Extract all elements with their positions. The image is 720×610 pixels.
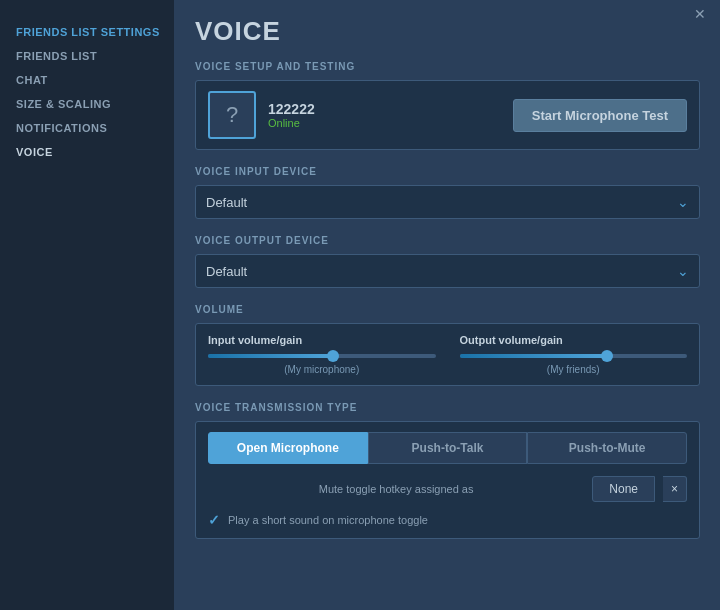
input-device-dropdown[interactable]: Default ⌄ <box>195 185 700 219</box>
page-title: VOICE <box>195 16 700 47</box>
volume-row: Input volume/gain (My microphone) Output… <box>208 334 687 375</box>
push-to-talk-button[interactable]: Push-to-Talk <box>368 432 528 464</box>
sidebar-item-notifications[interactable]: NOTIFICATIONS <box>16 116 174 140</box>
sidebar-item-size-scaling[interactable]: SIZE & SCALING <box>16 92 174 116</box>
close-button[interactable]: ✕ <box>688 4 712 24</box>
output-volume-slider[interactable] <box>460 354 688 358</box>
user-status: Online <box>268 117 501 129</box>
transmission-section: Open Microphone Push-to-Talk Push-to-Mut… <box>195 421 700 539</box>
user-info: 122222 Online <box>268 101 501 129</box>
hotkey-label: Mute toggle hotkey assigned as <box>208 483 584 495</box>
output-volume-fill <box>460 354 608 358</box>
voice-setup-box: ? 122222 Online Start Microphone Test <box>195 80 700 150</box>
transmission-buttons: Open Microphone Push-to-Talk Push-to-Mut… <box>208 432 687 464</box>
input-volume-fill <box>208 354 333 358</box>
sidebar-item-chat[interactable]: CHAT <box>16 68 174 92</box>
volume-section: Input volume/gain (My microphone) Output… <box>195 323 700 386</box>
sidebar: FRIENDS LIST SETTINGS FRIENDS LIST CHAT … <box>0 0 175 610</box>
hotkey-clear-button[interactable]: × <box>663 476 687 502</box>
push-to-mute-button[interactable]: Push-to-Mute <box>527 432 687 464</box>
output-volume-label: Output volume/gain <box>460 334 688 346</box>
volume-section-label: VOLUME <box>195 304 700 315</box>
transmission-section-label: VOICE TRANSMISSION TYPE <box>195 402 700 413</box>
setup-section-label: VOICE SETUP AND TESTING <box>195 61 700 72</box>
mic-test-button[interactable]: Start Microphone Test <box>513 99 687 132</box>
chevron-down-icon: ⌄ <box>677 194 689 210</box>
username: 122222 <box>268 101 501 117</box>
output-device-dropdown[interactable]: Default ⌄ <box>195 254 700 288</box>
hotkey-row: Mute toggle hotkey assigned as None × <box>208 476 687 502</box>
checkbox-check-icon[interactable]: ✓ <box>208 512 220 528</box>
output-volume-col: Output volume/gain (My friends) <box>460 334 688 375</box>
input-volume-label: Input volume/gain <box>208 334 436 346</box>
avatar-icon: ? <box>226 102 238 128</box>
input-volume-slider[interactable] <box>208 354 436 358</box>
output-volume-thumb[interactable] <box>601 350 613 362</box>
chevron-down-icon-2: ⌄ <box>677 263 689 279</box>
open-mic-button[interactable]: Open Microphone <box>208 432 368 464</box>
sidebar-item-voice[interactable]: VOICE <box>16 140 174 164</box>
output-device-label: VOICE OUTPUT DEVICE <box>195 235 700 246</box>
sidebar-item-friends-list[interactable]: FRIENDS LIST <box>16 44 174 68</box>
input-volume-caption: (My microphone) <box>208 364 436 375</box>
avatar: ? <box>208 91 256 139</box>
sidebar-heading[interactable]: FRIENDS LIST SETTINGS <box>16 20 174 44</box>
output-volume-caption: (My friends) <box>460 364 688 375</box>
input-device-value: Default <box>206 195 247 210</box>
main-content: VOICE VOICE SETUP AND TESTING ? 122222 O… <box>175 0 720 610</box>
input-device-label: VOICE INPUT DEVICE <box>195 166 700 177</box>
voice-setup-card: ? 122222 Online Start Microphone Test <box>208 91 687 139</box>
input-volume-col: Input volume/gain (My microphone) <box>208 334 436 375</box>
settings-window: ✕ FRIENDS LIST SETTINGS FRIENDS LIST CHA… <box>0 0 720 610</box>
sound-toggle-label: Play a short sound on microphone toggle <box>228 514 428 526</box>
output-device-value: Default <box>206 264 247 279</box>
input-volume-thumb[interactable] <box>327 350 339 362</box>
sound-toggle-row: ✓ Play a short sound on microphone toggl… <box>208 512 687 528</box>
hotkey-none-button[interactable]: None <box>592 476 655 502</box>
